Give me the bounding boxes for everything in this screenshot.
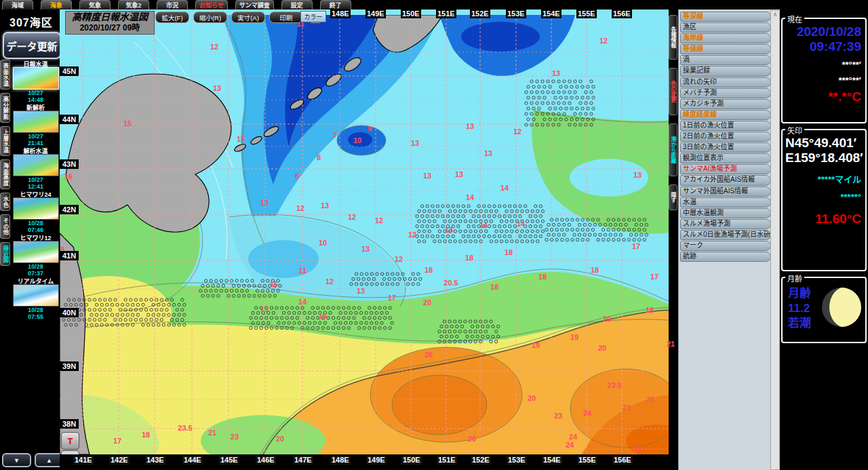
menu-item-サンマAI漁場予測[interactable]: サンマAI漁場予測 bbox=[680, 164, 771, 174]
strip-tab-各種情報[interactable]: 各種情報 bbox=[669, 15, 677, 60]
menu-item-2日前の漁火位置[interactable]: 2日前の漁火位置 bbox=[680, 132, 771, 142]
temp-label: 13 bbox=[455, 170, 463, 178]
menu-scrollbar[interactable]: ∧ bbox=[770, 10, 780, 470]
menu-item-スルメ漁場予測[interactable]: スルメ漁場予測 bbox=[680, 219, 771, 229]
menu-item-メカジキ予測[interactable]: メカジキ予測 bbox=[680, 99, 771, 109]
sidebar-tab-その他[interactable]: その他 bbox=[0, 214, 10, 239]
tab-市況[interactable]: 市況 bbox=[157, 0, 188, 9]
menu-item-等値線[interactable]: 等値線 bbox=[680, 44, 771, 54]
thumbnail-image[interactable] bbox=[13, 284, 59, 307]
thumbnail-image[interactable] bbox=[13, 154, 59, 176]
lon-label-bottom-150E: 150E bbox=[401, 455, 422, 465]
tab-サンマ調査[interactable]: サンマ調査 bbox=[235, 0, 274, 9]
temp-label: 20 bbox=[276, 435, 284, 443]
moon-label: 月齢 bbox=[788, 286, 811, 301]
temp-label: 8 bbox=[317, 153, 321, 161]
menu-item-中層水温観測[interactable]: 中層水温観測 bbox=[680, 208, 771, 218]
temp-label: 24 bbox=[569, 433, 577, 441]
scrollbar-up-caret[interactable]: ∧ bbox=[771, 11, 779, 18]
data-update-button[interactable]: データ更新 bbox=[3, 32, 61, 59]
menu-item-サンマ外国船AIS情報[interactable]: サンマ外国船AIS情報 bbox=[680, 187, 771, 197]
menu-item-アカイカ外国船AIS情報[interactable]: アカイカ外国船AIS情報 bbox=[680, 175, 771, 185]
thumbnail-image[interactable] bbox=[13, 111, 59, 133]
menu-item-1日前の漁火位置[interactable]: 1日前の漁火位置 bbox=[680, 121, 771, 131]
sidebar-tab-上層水温[interactable]: 上層水温 bbox=[0, 126, 10, 156]
start-button[interactable]: 始 bbox=[61, 450, 79, 454]
temp-label: 13 bbox=[260, 305, 269, 313]
t-button[interactable]: T bbox=[61, 432, 79, 450]
temp-label: 20 bbox=[598, 344, 606, 352]
overlay-menu-panel: 等深線漁区海岸線等値線渦操業記録流れの矢印メバチ予測メカジキ予測緯度経度線1日前… bbox=[678, 9, 781, 470]
thumbnail-item-解析水温[interactable]: 解析水温10/2712:41 bbox=[12, 146, 60, 190]
sidebar-tab-高分解能[interactable]: 高分解能 bbox=[0, 93, 10, 123]
temp-label: 12 bbox=[513, 128, 521, 136]
thumbnail-item-ヒマワリ24[interactable]: ヒマワリ2410/2807:46 bbox=[12, 190, 60, 233]
lon-label-bottom-153E: 153E bbox=[507, 455, 527, 465]
strip-tab-港から距離[interactable]: 港から距離 bbox=[669, 123, 677, 176]
longitude-axis-bottom: 141E142E143E144E145E146E147E148E149E150E… bbox=[60, 454, 675, 470]
color-button[interactable]: カラー bbox=[300, 11, 326, 22]
tab-気象2[interactable]: 気象2 bbox=[118, 0, 149, 9]
toolbar-button-2[interactable]: 実寸(A) bbox=[231, 12, 265, 23]
menu-item-スルメ0日後漁場予測(日水研)[interactable]: スルメ0日後漁場予測(日水研) bbox=[680, 230, 771, 240]
lon-label-top-156E: 156E bbox=[612, 9, 632, 18]
menu-item-3日前の漁火位置[interactable]: 3日前の漁火位置 bbox=[680, 142, 771, 153]
menu-item-水温[interactable]: 水温 bbox=[680, 197, 771, 208]
temp-label: 15 bbox=[270, 280, 278, 288]
thumbnail-image[interactable] bbox=[13, 241, 59, 263]
temp-label: 18 bbox=[490, 283, 498, 291]
toolbar-button-0[interactable]: 拡大(F) bbox=[155, 12, 189, 23]
temp-label: 12 bbox=[210, 43, 218, 51]
arrow-bearing-mask: *****° bbox=[783, 192, 865, 202]
temp-label: 11 bbox=[298, 267, 307, 275]
sidebar-tab-接近図[interactable]: 接近図 bbox=[0, 242, 10, 267]
toolbar-button-1[interactable]: 縮小(R) bbox=[193, 12, 227, 23]
menu-item-航跡[interactable]: 航跡 bbox=[680, 252, 771, 262]
temp-label: 13 bbox=[423, 172, 431, 180]
menu-item-メバチ予測[interactable]: メバチ予測 bbox=[680, 88, 771, 98]
lon-label-bottom-146E: 146E bbox=[256, 455, 276, 465]
area-code-label: 307海区 bbox=[9, 14, 53, 30]
thumbnail-image[interactable] bbox=[13, 197, 59, 220]
menu-item-緯度経度線[interactable]: 緯度経度線 bbox=[680, 110, 771, 120]
tab-終了[interactable]: 終了 bbox=[320, 0, 351, 9]
thumbnail-item-リアルタイム[interactable]: リアルタイム10/2807:55 bbox=[12, 277, 60, 320]
thumbnail-item-新解析[interactable]: 新解析10/2721:41 bbox=[12, 103, 60, 146]
map-toolbar: 拡大(F)縮小(R)実寸(A)印刷+ bbox=[155, 12, 323, 23]
sst-map[interactable]: 1112131597810813131213131314141312131212… bbox=[60, 9, 675, 454]
thumbnail-date: 10/27 bbox=[28, 133, 43, 140]
menu-item-渦[interactable]: 渦 bbox=[680, 55, 771, 65]
strip-tab-隠す[interactable]: 隠す bbox=[669, 184, 677, 210]
strip-tab-色の変更[interactable]: 色の変更 bbox=[669, 68, 677, 115]
lon-label-top-154E: 154E bbox=[541, 9, 561, 18]
arrow-temperature: 11.60°C bbox=[783, 212, 865, 227]
menu-item-等深線[interactable]: 等深線 bbox=[680, 12, 771, 22]
tab-気象[interactable]: 気象 bbox=[79, 0, 111, 9]
tab-設定[interactable]: 設定 bbox=[281, 0, 313, 9]
tab-海域[interactable]: 海域 bbox=[2, 0, 33, 9]
temp-label: 20 bbox=[603, 315, 611, 323]
menu-item-観測位置表示[interactable]: 観測位置表示 bbox=[680, 153, 771, 163]
temp-label: 13 bbox=[213, 84, 221, 92]
sidebar-tab-表面水温[interactable]: 表面水温 bbox=[0, 60, 10, 90]
menu-item-海岸線[interactable]: 海岸線 bbox=[680, 33, 771, 43]
sidebar-tab-海面高度[interactable]: 海面高度 bbox=[0, 159, 10, 189]
menu-item-マーク[interactable]: マーク bbox=[680, 241, 771, 251]
tab-海象[interactable]: 海象 bbox=[41, 0, 72, 9]
lon-label-bottom-141E: 141E bbox=[73, 455, 94, 465]
thumbnail-item-ヒマワリ12[interactable]: ヒマワリ1210/2807:37 bbox=[12, 233, 60, 277]
menu-item-漁区[interactable]: 漁区 bbox=[680, 22, 771, 33]
menu-item-流れの矢印[interactable]: 流れの矢印 bbox=[680, 77, 771, 87]
scroll-down-button[interactable]: ▼ bbox=[2, 453, 31, 467]
toolbar-button-3[interactable]: 印刷 bbox=[269, 12, 303, 23]
left-sidebar: 307海区 データ更新 表面水温高分解能上層水温海面高度水色その他接近図 日報水… bbox=[0, 9, 60, 470]
temp-label: 10 bbox=[319, 239, 327, 247]
thumbnail-item-日報水温[interactable]: 日報水温10/2714:48 bbox=[12, 60, 60, 103]
temp-label: 10 bbox=[353, 136, 361, 144]
current-lat-mask: **°**′ bbox=[783, 60, 865, 70]
sidebar-tab-水色[interactable]: 水色 bbox=[0, 193, 10, 211]
lon-label-top-155E: 155E bbox=[576, 9, 597, 18]
thumbnail-image[interactable] bbox=[13, 67, 59, 90]
tab-お知らせ[interactable]: お知らせ bbox=[195, 0, 228, 9]
menu-item-操業記録[interactable]: 操業記録 bbox=[680, 66, 771, 76]
